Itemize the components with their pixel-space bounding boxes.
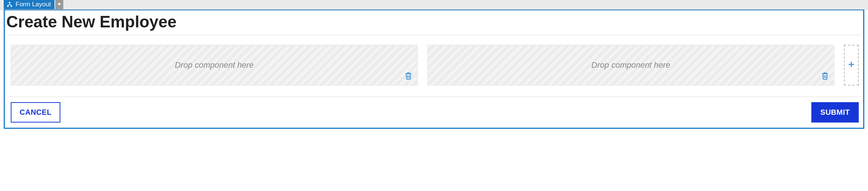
submit-button[interactable]: SUBMIT xyxy=(811,102,859,123)
delete-column-1-button[interactable] xyxy=(403,72,414,82)
dropzone-column-2[interactable]: Drop component here xyxy=(427,45,834,86)
editor-top-bar: Form Layout xyxy=(0,0,868,10)
sitemap-icon xyxy=(7,1,13,7)
form-layout-canvas[interactable]: Create New Employee Drop component here … xyxy=(4,10,864,129)
form-actions: CANCEL SUBMIT xyxy=(5,97,863,123)
form-layout-tab[interactable]: Form Layout xyxy=(4,0,54,9)
trash-icon xyxy=(404,71,413,83)
svg-rect-0 xyxy=(9,2,10,3)
dropzone-placeholder: Drop component here xyxy=(591,60,670,70)
svg-marker-3 xyxy=(57,3,61,6)
dropzone-column-1[interactable]: Drop component here xyxy=(11,45,418,86)
svg-rect-2 xyxy=(11,6,12,7)
component-tab-group: Form Layout xyxy=(4,0,63,9)
cancel-button[interactable]: CANCEL xyxy=(11,102,60,123)
dropzone-placeholder: Drop component here xyxy=(175,60,254,70)
plus-icon xyxy=(847,60,855,70)
add-column-button[interactable] xyxy=(844,45,859,86)
columns-row: Drop component here Drop component here xyxy=(5,35,863,97)
caret-down-icon xyxy=(57,1,61,8)
form-title: Create New Employee xyxy=(5,10,863,35)
svg-rect-1 xyxy=(7,6,9,7)
trash-icon xyxy=(821,71,829,83)
tab-dropdown-toggle[interactable] xyxy=(55,0,63,9)
delete-column-2-button[interactable] xyxy=(820,72,830,82)
form-layout-tab-label: Form Layout xyxy=(16,1,51,8)
